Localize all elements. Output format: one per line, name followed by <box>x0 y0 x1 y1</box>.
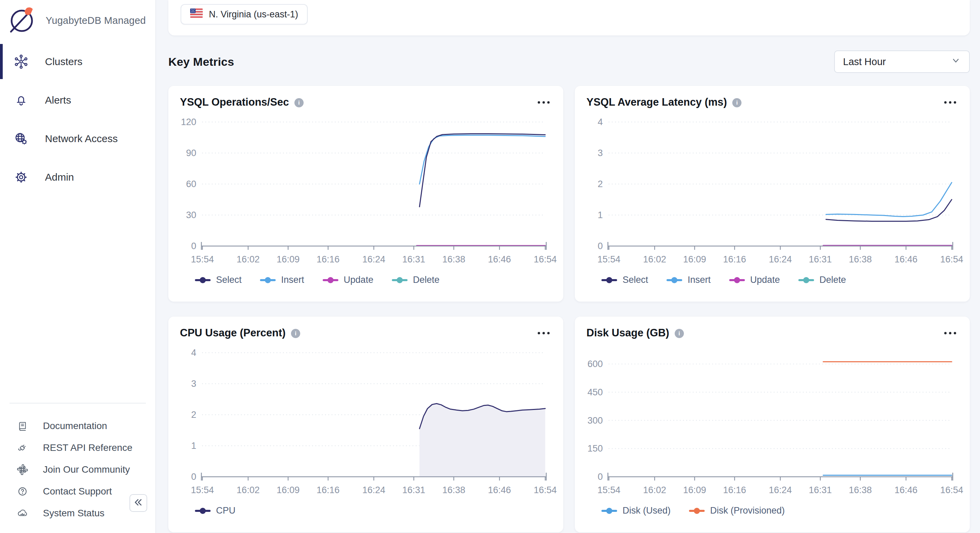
gear-icon <box>13 169 29 185</box>
svg-text:0: 0 <box>191 241 196 251</box>
svg-text:16:02: 16:02 <box>237 485 260 495</box>
sidebar-nav: Clusters Alerts <box>0 42 155 196</box>
svg-text:0: 0 <box>191 472 196 482</box>
legend-series-marker <box>601 279 617 281</box>
svg-text:16:24: 16:24 <box>362 254 385 264</box>
chart-title: Disk Usage (GB) <box>586 327 669 339</box>
footer-link-label: Contact Support <box>43 486 112 497</box>
chart-canvas[interactable]: 4321015:5416:0216:0916:1616:2416:3116:38… <box>586 116 958 270</box>
svg-text:16:46: 16:46 <box>894 485 918 495</box>
legend-item[interactable]: Disk (Used) <box>601 505 671 516</box>
legend-series-label: Insert <box>687 275 711 285</box>
chart-title: CPU Usage (Percent) <box>180 327 286 339</box>
chart-canvas[interactable]: 120906030015:5416:0216:0916:1616:2416:31… <box>180 116 552 270</box>
info-icon[interactable]: i <box>675 329 684 338</box>
legend-series-marker <box>799 279 814 281</box>
legend-item[interactable]: Select <box>601 275 648 285</box>
legend-item[interactable]: Update <box>729 275 780 285</box>
sidebar-item-label: Network Access <box>45 133 118 145</box>
legend-item[interactable]: Select <box>195 275 242 285</box>
legend-item[interactable]: Delete <box>392 275 439 285</box>
cluster-header-card: N. Virginia (us-east-1) <box>168 0 970 35</box>
sidebar-item-label: Alerts <box>45 94 71 106</box>
legend-item[interactable]: Delete <box>799 275 846 285</box>
svg-text:16:24: 16:24 <box>362 485 385 495</box>
link-rest-api-reference[interactable]: REST API Reference <box>0 437 155 459</box>
legend-item[interactable]: CPU <box>195 505 235 516</box>
chart-title: YSQL Average Latency (ms) <box>586 96 727 108</box>
legend-series-label: Delete <box>413 275 439 285</box>
footer-link-label: Join Our Community <box>43 464 130 475</box>
card-header: Disk Usage (GB) i <box>586 327 958 339</box>
chart-canvas[interactable]: 4321015:5416:0216:0916:1616:2416:3116:38… <box>180 347 552 501</box>
svg-text:120: 120 <box>181 117 196 127</box>
svg-text:2: 2 <box>598 179 603 189</box>
svg-text:16:02: 16:02 <box>237 254 260 264</box>
chevron-down-icon <box>951 56 961 68</box>
sidebar-item-alerts[interactable]: Alerts <box>0 81 155 119</box>
main-content: N. Virginia (us-east-1) Key Metrics Last… <box>156 0 980 533</box>
svg-text:300: 300 <box>587 415 603 426</box>
chevrons-left-icon <box>133 497 143 509</box>
time-range-select[interactable]: Last Hour <box>834 51 970 73</box>
legend-item[interactable]: Insert <box>667 275 711 285</box>
legend-series-marker <box>392 279 407 281</box>
chart-card-ysql-latency: YSQL Average Latency (ms) i 4321015:5416… <box>575 86 970 302</box>
svg-text:16:24: 16:24 <box>769 485 792 495</box>
svg-text:15:54: 15:54 <box>597 485 620 495</box>
chart-legend: CPU <box>195 505 552 516</box>
svg-text:3: 3 <box>598 148 603 158</box>
svg-text:150: 150 <box>587 443 603 453</box>
svg-text:16:09: 16:09 <box>277 254 300 264</box>
svg-text:16:31: 16:31 <box>402 254 426 264</box>
legend-item[interactable]: Disk (Provisioned) <box>689 505 785 516</box>
metrics-header-row: Key Metrics Last Hour <box>168 51 970 73</box>
legend-series-label: Insert <box>281 275 304 285</box>
svg-text:450: 450 <box>587 387 603 397</box>
more-menu-button[interactable] <box>942 97 958 108</box>
svg-text:16:54: 16:54 <box>534 254 557 264</box>
svg-text:90: 90 <box>186 148 196 158</box>
svg-text:0: 0 <box>598 241 603 251</box>
link-documentation[interactable]: Documentation <box>0 415 155 437</box>
more-menu-button[interactable] <box>942 328 958 339</box>
info-icon[interactable]: i <box>732 98 741 107</box>
svg-text:16:16: 16:16 <box>317 254 340 264</box>
page-title: Key Metrics <box>168 55 234 68</box>
cloud-status-icon <box>16 506 29 520</box>
more-menu-button[interactable] <box>536 97 552 108</box>
svg-text:600: 600 <box>587 359 603 369</box>
app-root: YugabyteDB Managed Clusters <box>0 0 980 533</box>
info-icon[interactable]: i <box>291 329 300 338</box>
legend-item[interactable]: Insert <box>260 275 304 285</box>
sidebar-item-clusters[interactable]: Clusters <box>0 42 155 81</box>
svg-text:16:02: 16:02 <box>643 485 666 495</box>
sidebar-item-admin[interactable]: Admin <box>0 158 155 196</box>
legend-series-label: Disk (Used) <box>622 505 671 516</box>
chart-card-ysql-operations: YSQL Operations/Sec i 120906030015:5416:… <box>168 86 563 302</box>
svg-text:16:16: 16:16 <box>723 254 746 264</box>
region-chip[interactable]: N. Virginia (us-east-1) <box>181 4 308 24</box>
card-header: CPU Usage (Percent) i <box>180 327 552 339</box>
legend-item[interactable]: Update <box>323 275 374 285</box>
footer-link-label: Documentation <box>43 420 107 431</box>
legend-series-label: Select <box>622 275 648 285</box>
chart-canvas[interactable]: 600450300150015:5416:0216:0916:1616:2416… <box>586 347 958 501</box>
legend-series-marker <box>195 279 211 281</box>
more-menu-button[interactable] <box>536 328 552 339</box>
svg-text:16:16: 16:16 <box>723 485 746 495</box>
legend-series-marker <box>260 279 276 281</box>
info-icon[interactable]: i <box>294 98 304 107</box>
svg-text:16:38: 16:38 <box>442 485 466 495</box>
sidebar-item-network-access[interactable]: Network Access <box>0 119 155 158</box>
yugabyte-logo-icon <box>7 5 37 36</box>
help-circle-icon <box>16 485 29 498</box>
sidebar-item-label: Clusters <box>45 56 83 67</box>
brand: YugabyteDB Managed <box>0 0 155 36</box>
link-join-our-community[interactable]: Join Our Community <box>0 459 155 480</box>
svg-text:16:46: 16:46 <box>894 254 918 264</box>
region-chip-label: N. Virginia (us-east-1) <box>209 9 298 20</box>
sidebar-collapse-button[interactable] <box>129 494 147 512</box>
footer-link-label: REST API Reference <box>43 442 132 453</box>
legend-series-marker <box>729 279 745 281</box>
